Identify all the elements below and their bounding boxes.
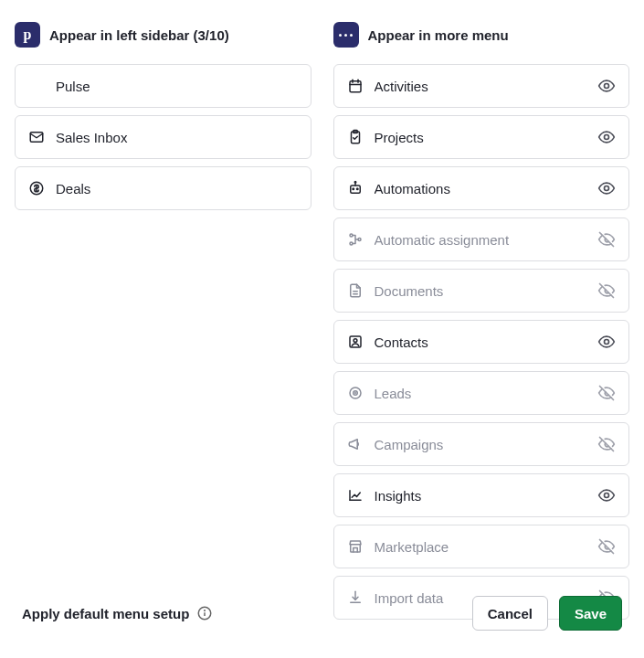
eye-hidden-icon[interactable]	[597, 537, 616, 556]
more-menu-badge	[333, 22, 359, 48]
svg-point-22	[354, 339, 357, 343]
item-label: Projects	[375, 130, 587, 145]
right-item-projects[interactable]: Projects	[333, 115, 630, 159]
item-label: Sales Inbox	[56, 130, 298, 145]
sitemap-icon	[347, 231, 364, 248]
item-label: Automations	[375, 181, 587, 196]
svg-point-6	[605, 84, 609, 89]
apply-default-label: Apply default menu setup	[22, 606, 189, 621]
info-icon	[196, 605, 213, 621]
svg-point-27	[605, 494, 609, 498]
store-icon	[347, 538, 364, 555]
apply-default-link[interactable]: Apply default menu setup	[22, 605, 213, 621]
item-label: Deals	[56, 181, 298, 196]
item-label: Activities	[375, 79, 587, 94]
eye-hidden-icon[interactable]	[597, 384, 616, 402]
right-item-documents[interactable]: Documents	[333, 269, 630, 313]
item-label: Leads	[375, 386, 587, 401]
svg-point-13	[353, 188, 354, 190]
item-label: Pulse	[56, 79, 298, 94]
right-item-automatic-assignment[interactable]: Automatic assignment	[333, 218, 630, 261]
left-item-pulse[interactable]: Pulse	[15, 64, 311, 108]
robot-icon	[347, 180, 364, 196]
svg-rect-2	[350, 81, 361, 92]
left-item-deals[interactable]: Deals	[15, 166, 311, 210]
right-item-marketplace[interactable]: Marketplace	[333, 525, 630, 568]
item-label: Campaigns	[375, 437, 587, 452]
clipboard-icon	[347, 129, 364, 145]
right-item-contacts[interactable]: Contacts	[333, 320, 630, 364]
item-label: Insights	[375, 488, 587, 504]
right-item-automations[interactable]: Automations	[333, 166, 630, 210]
eye-hidden-icon[interactable]	[597, 435, 616, 453]
right-item-leads[interactable]: Leads	[333, 371, 630, 415]
save-button[interactable]: Save	[559, 596, 622, 631]
target-icon	[347, 385, 364, 401]
item-label: Documents	[375, 283, 587, 299]
eye-hidden-icon[interactable]	[597, 281, 616, 300]
pipedrive-logo-badge: p	[15, 22, 40, 48]
left-sidebar-column: p Appear in left sidebar (3/10) PulseSal…	[15, 22, 311, 620]
svg-point-30	[205, 610, 206, 611]
contacts-icon	[347, 334, 364, 350]
megaphone-icon	[347, 436, 364, 452]
item-label: Automatic assignment	[375, 232, 587, 248]
eye-visible-icon[interactable]	[597, 333, 616, 351]
right-item-campaigns[interactable]: Campaigns	[333, 422, 630, 466]
file-icon	[347, 282, 364, 299]
footer: Apply default menu setup Cancel Save	[22, 596, 622, 631]
chart-icon	[347, 487, 364, 504]
svg-point-9	[605, 135, 609, 140]
left-item-sales-inbox[interactable]: Sales Inbox	[15, 115, 311, 159]
item-label: Marketplace	[375, 539, 587, 555]
right-item-activities[interactable]: Activities	[333, 64, 630, 108]
svg-point-15	[605, 186, 609, 191]
eye-visible-icon[interactable]	[597, 486, 616, 504]
dots-horizontal-icon	[339, 34, 353, 37]
eye-hidden-icon[interactable]	[597, 230, 616, 249]
calendar-icon	[347, 78, 364, 94]
right-item-insights[interactable]: Insights	[333, 473, 630, 517]
eye-visible-icon[interactable]	[597, 179, 616, 197]
item-label: Contacts	[375, 334, 587, 350]
mail-icon	[28, 129, 45, 145]
save-button-label: Save	[575, 606, 607, 621]
cancel-button-label: Cancel	[488, 606, 533, 621]
right-column-title: Appear in more menu	[368, 27, 509, 43]
eye-visible-icon[interactable]	[597, 128, 616, 146]
eye-visible-icon[interactable]	[597, 77, 616, 95]
svg-point-14	[356, 188, 358, 190]
svg-point-23	[605, 340, 609, 345]
currency-icon	[28, 180, 45, 196]
cancel-button[interactable]: Cancel	[472, 596, 548, 631]
left-column-header: p Appear in left sidebar (3/10)	[15, 22, 311, 48]
svg-point-12	[354, 182, 356, 184]
right-column-header: Appear in more menu	[333, 22, 630, 48]
more-menu-column: Appear in more menu ActivitiesProjectsAu…	[333, 22, 630, 620]
svg-point-26	[354, 393, 355, 394]
left-column-title: Appear in left sidebar (3/10)	[49, 27, 229, 43]
pipedrive-p-icon: p	[24, 27, 32, 43]
